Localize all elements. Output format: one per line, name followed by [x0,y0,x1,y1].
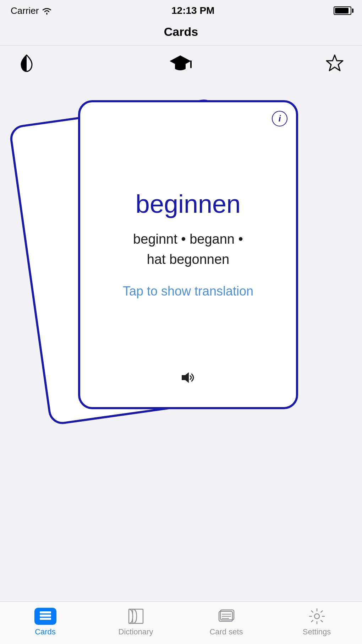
tab-settings-label: Settings [303,627,331,637]
tab-cards-label: Cards [35,627,56,637]
status-time: 12:13 PM [171,5,214,16]
card-conjugation: beginnt • begann • hat begonnen [133,229,243,270]
tab-dictionary-label: Dictionary [119,627,153,637]
tab-cardsets[interactable]: Card sets [181,606,272,637]
tab-dictionary-icon-container [127,607,145,625]
tab-dictionary[interactable]: Dictionary [90,606,181,637]
contrast-button[interactable] [18,54,35,74]
favorites-button[interactable] [325,54,344,74]
settings-tab-icon [309,608,325,624]
tab-bar: Cards Dictionary Card sets [0,601,362,644]
sound-icon-front [180,371,196,384]
svg-rect-7 [40,618,51,620]
card-word: beginnen [136,189,241,218]
toolbar [0,45,362,82]
cards-area: i beginnen beginnt • begann • hat begonn… [0,82,362,438]
tab-cards[interactable]: Cards [0,606,90,637]
study-mode-button[interactable] [168,53,193,75]
cards-tab-icon [39,611,51,621]
wifi-icon [42,7,52,15]
nav-header: Cards [0,21,362,45]
page-title: Cards [164,25,198,38]
battery-icon [334,6,351,15]
tab-settings[interactable]: Settings [272,606,362,637]
card-front[interactable]: i beginnen beginnt • begann • hat begonn… [78,100,298,409]
dictionary-tab-icon [127,608,145,624]
tab-cardsets-icon-container [218,607,235,625]
tab-cardsets-label: Card sets [209,627,243,637]
tab-cards-icon-container [37,607,54,625]
svg-point-14 [314,614,319,619]
svg-rect-5 [40,611,51,613]
svg-marker-2 [327,55,343,71]
cards-tab-active-bg [34,608,56,625]
tab-settings-icon-container [308,607,326,625]
status-bar: Carrier 12:13 PM [0,0,362,21]
svg-marker-4 [182,372,189,383]
cardsets-tab-icon [218,608,235,624]
star-icon [325,54,344,73]
contrast-icon [18,54,35,73]
svg-rect-6 [40,615,51,617]
info-button[interactable]: i [272,111,287,126]
card-front-sound[interactable] [180,371,196,386]
graduation-cap-icon [168,53,193,74]
card-tap-hint[interactable]: Tap to show translation [123,284,253,299]
carrier-label: Carrier [11,5,52,16]
